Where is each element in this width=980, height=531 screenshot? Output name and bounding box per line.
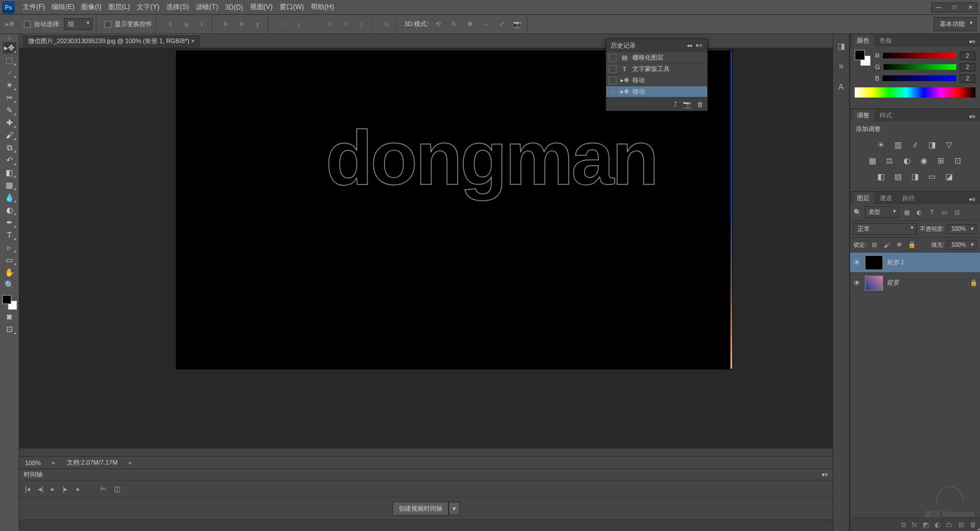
color-swatch[interactable]	[2, 295, 17, 310]
layer-fx-icon[interactable]: fx	[912, 521, 917, 529]
history-item[interactable]: ▸✥ 移动	[606, 74, 707, 86]
path-selection-tool[interactable]: ▹	[3, 242, 16, 253]
type-tool[interactable]: T	[3, 229, 16, 241]
channel-mixer-icon[interactable]: ⊞	[935, 155, 947, 166]
character-strip-icon[interactable]: A	[835, 81, 847, 93]
move-tool-indicator-icon[interactable]: ▸✥	[3, 18, 16, 31]
color-lookup-icon[interactable]: ⊡	[952, 155, 964, 166]
gradient-tool[interactable]: ▦	[3, 179, 16, 191]
menu-help[interactable]: 帮助(H)	[307, 0, 337, 14]
g-slider[interactable]	[884, 64, 956, 70]
menu-view[interactable]: 视图(V)	[247, 0, 276, 14]
timeline-last-frame-icon[interactable]: ◂	[75, 485, 79, 493]
layers-flyout-menu[interactable]: ▾≡	[967, 195, 978, 204]
move-tool[interactable]: ▸✥	[3, 42, 16, 53]
lock-position-icon[interactable]: ✥	[895, 241, 904, 250]
photo-filter-icon[interactable]: ◉	[918, 155, 930, 166]
history-panel[interactable]: 历史记录 ◂▸ ▾≡ ▤ 栅格化图层 T 文字蒙版工具 ▸✥ 移动 ▸✥ 移动 …	[606, 39, 708, 111]
new-adjustment-icon[interactable]: ◐	[935, 521, 940, 529]
new-group-icon[interactable]: 🗀	[946, 521, 953, 529]
history-snapshot-check[interactable]	[609, 77, 616, 85]
lasso-tool[interactable]: ⟋	[3, 67, 16, 78]
adjust-flyout-menu[interactable]: ▾≡	[967, 112, 978, 121]
snapshot-icon[interactable]: 📷	[683, 100, 691, 108]
filter-adjust-icon[interactable]: ◐	[915, 208, 924, 217]
blend-mode-dropdown[interactable]: 正常	[854, 223, 916, 235]
tab-adjustments[interactable]: 调整	[852, 109, 874, 121]
align-left-icon[interactable]: ⊪	[220, 18, 233, 31]
timeline-first-frame-icon[interactable]: |◂	[25, 485, 30, 493]
timeline-cut-icon[interactable]: ✄	[100, 485, 106, 493]
pen-tool[interactable]: ✒	[3, 217, 16, 228]
minimize-button[interactable]: —	[931, 2, 946, 12]
curves-icon[interactable]: ⫽	[910, 139, 921, 150]
history-snapshot-check[interactable]	[609, 88, 616, 96]
workspace-switcher[interactable]: 基本功能	[933, 17, 977, 31]
layer-row-background[interactable]: 👁 背景 🔒	[850, 273, 980, 293]
r-slider[interactable]	[883, 53, 956, 58]
filter-smart-icon[interactable]: ⊡	[952, 208, 961, 217]
healing-brush-tool[interactable]: ✚	[3, 117, 16, 128]
menu-3d[interactable]: 3D(D)	[222, 1, 247, 14]
b-slider[interactable]	[882, 75, 956, 81]
vibrance-icon[interactable]: ▽	[944, 139, 955, 150]
align-bottom-icon[interactable]: ⫲	[196, 18, 208, 31]
timeline-prev-frame-icon[interactable]: ◂|	[38, 485, 43, 493]
timeline-flyout-menu[interactable]: ▾≡	[822, 471, 828, 478]
clone-stamp-tool[interactable]: ⧉	[3, 142, 16, 153]
3d-orbit-icon[interactable]: ⟲	[432, 18, 444, 31]
fill-value[interactable]: 100%	[947, 240, 977, 250]
levels-icon[interactable]: ▥	[893, 139, 904, 150]
zoom-tool[interactable]: 🔍	[3, 279, 16, 290]
dodge-tool[interactable]: ◐	[3, 204, 16, 216]
menu-window[interactable]: 窗口(W)	[276, 0, 307, 14]
lock-transparent-icon[interactable]: ⊞	[870, 241, 879, 250]
zoom-level[interactable]: 100%	[25, 460, 41, 466]
menu-type[interactable]: 文字(Y)	[133, 0, 163, 14]
3d-pan-icon[interactable]: ✥	[463, 18, 476, 31]
delete-layer-icon[interactable]: 🗑	[970, 521, 977, 529]
link-layers-icon[interactable]: ⧉	[901, 521, 906, 529]
history-item[interactable]: T 文字蒙版工具	[606, 63, 707, 74]
toolbox-grip[interactable]: ⠿	[1, 36, 18, 41]
blur-tool[interactable]: 💧	[3, 192, 16, 203]
horizontal-scrollbar[interactable]	[19, 448, 833, 456]
g-value[interactable]: 2	[960, 63, 975, 71]
history-grip[interactable]: ◂▸ ▾≡	[687, 43, 703, 48]
history-item[interactable]: ▸✥ 移动	[606, 86, 707, 97]
menu-filter[interactable]: 滤镜(T)	[192, 0, 221, 14]
b-value[interactable]: 2	[960, 74, 975, 83]
exposure-icon[interactable]: ◨	[927, 139, 938, 150]
history-strip-icon[interactable]: ◨	[835, 40, 847, 52]
layer-row-rect1[interactable]: 👁 矩形 1	[850, 252, 980, 273]
layer-name[interactable]: 矩形 1	[886, 258, 978, 267]
brush-tool[interactable]: 🖌	[3, 129, 16, 141]
threshold-icon[interactable]: ◨	[910, 171, 921, 182]
create-video-timeline-button[interactable]: 创建视频时间轴	[392, 502, 449, 516]
add-mask-icon[interactable]: ◩	[923, 521, 929, 529]
color-mini-swatch[interactable]	[855, 50, 871, 66]
document-tab[interactable]: 微信图片_20230313095239.jpg @ 100% (矩形 1, RG…	[23, 34, 200, 48]
auto-select-dropdown[interactable]: 组	[64, 18, 92, 30]
invert-icon[interactable]: ◧	[876, 171, 887, 182]
maximize-button[interactable]: □	[947, 2, 962, 12]
shape-tool[interactable]: ▭	[3, 254, 16, 266]
eyedropper-tool[interactable]: ✎	[3, 104, 16, 116]
menu-edit[interactable]: 编辑(E)	[48, 0, 78, 14]
color-spectrum[interactable]	[855, 87, 975, 98]
color-balance-icon[interactable]: ⚖	[884, 155, 895, 166]
3d-scale-icon[interactable]: ⤢	[495, 18, 508, 31]
history-item[interactable]: ▤ 栅格化图层	[606, 52, 707, 63]
3d-slide-icon[interactable]: ↔	[479, 18, 492, 31]
lock-pixels-icon[interactable]: 🖌	[882, 241, 892, 250]
align-vcenter-icon[interactable]: ⫼	[180, 18, 192, 31]
menu-select[interactable]: 选择(S)	[163, 0, 192, 14]
doc-size-info[interactable]: 文档:2.07M/7.17M	[67, 458, 117, 467]
timeline-play-icon[interactable]: ▸	[51, 485, 54, 493]
create-timeline-dropdown[interactable]: ▾	[449, 502, 460, 515]
selective-color-icon[interactable]: ◪	[944, 171, 955, 182]
posterize-icon[interactable]: ▤	[893, 171, 904, 182]
filter-pixel-icon[interactable]: ▦	[902, 208, 911, 217]
tab-layers[interactable]: 图层	[852, 192, 874, 204]
quick-mask-toggle[interactable]: ◙	[3, 311, 16, 322]
